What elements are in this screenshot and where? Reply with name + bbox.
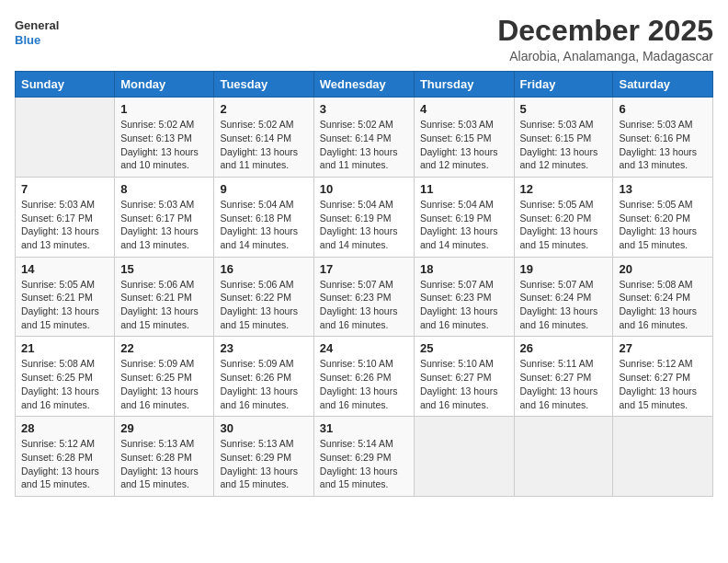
calendar-cell: 11Sunrise: 5:04 AMSunset: 6:19 PMDayligh…	[414, 177, 514, 257]
calendar-cell	[16, 98, 115, 178]
day-number: 13	[619, 182, 707, 196]
calendar-cell: 15Sunrise: 5:06 AMSunset: 6:21 PMDayligh…	[115, 257, 214, 337]
calendar-header-row: SundayMondayTuesdayWednesdayThursdayFrid…	[16, 72, 713, 98]
day-number: 4	[420, 102, 508, 116]
day-number: 28	[21, 421, 108, 435]
svg-text:General: General	[15, 18, 59, 32]
day-info: Sunrise: 5:07 AMSunset: 6:24 PMDaylight:…	[520, 278, 608, 332]
calendar-day-header: Saturday	[613, 72, 713, 98]
calendar-cell: 13Sunrise: 5:05 AMSunset: 6:20 PMDayligh…	[613, 177, 713, 257]
day-number: 7	[21, 182, 108, 196]
day-info: Sunrise: 5:13 AMSunset: 6:28 PMDaylight:…	[120, 437, 208, 491]
calendar-cell: 28Sunrise: 5:12 AMSunset: 6:28 PMDayligh…	[16, 417, 115, 497]
calendar-day-header: Friday	[514, 72, 613, 98]
calendar-cell: 5Sunrise: 5:03 AMSunset: 6:15 PMDaylight…	[514, 98, 613, 178]
page-subtitle: Alarobia, Analamanga, Madagascar	[497, 49, 713, 63]
day-number: 18	[420, 262, 508, 276]
page-title: December 2025	[497, 15, 713, 47]
day-info: Sunrise: 5:07 AMSunset: 6:23 PMDaylight:…	[320, 278, 408, 332]
day-number: 26	[520, 341, 608, 355]
calendar-cell: 24Sunrise: 5:10 AMSunset: 6:26 PMDayligh…	[313, 337, 414, 417]
calendar-day-header: Thursday	[414, 72, 514, 98]
calendar-cell: 19Sunrise: 5:07 AMSunset: 6:24 PMDayligh…	[514, 257, 613, 337]
day-info: Sunrise: 5:10 AMSunset: 6:27 PMDaylight:…	[420, 357, 508, 411]
logo: General Blue	[15, 15, 61, 52]
day-number: 12	[520, 182, 608, 196]
svg-text:Blue: Blue	[15, 33, 40, 47]
day-info: Sunrise: 5:08 AMSunset: 6:25 PMDaylight:…	[21, 357, 108, 411]
calendar-cell: 27Sunrise: 5:12 AMSunset: 6:27 PMDayligh…	[613, 337, 713, 417]
calendar-cell: 1Sunrise: 5:02 AMSunset: 6:13 PMDaylight…	[115, 98, 214, 178]
calendar-cell: 3Sunrise: 5:02 AMSunset: 6:14 PMDaylight…	[313, 98, 414, 178]
calendar-week-row: 28Sunrise: 5:12 AMSunset: 6:28 PMDayligh…	[16, 417, 713, 497]
day-number: 22	[120, 341, 208, 355]
day-number: 15	[120, 262, 208, 276]
day-info: Sunrise: 5:13 AMSunset: 6:29 PMDaylight:…	[220, 437, 307, 491]
day-number: 10	[320, 182, 408, 196]
day-info: Sunrise: 5:03 AMSunset: 6:16 PMDaylight:…	[619, 118, 707, 172]
day-info: Sunrise: 5:10 AMSunset: 6:26 PMDaylight:…	[320, 357, 408, 411]
calendar-cell: 17Sunrise: 5:07 AMSunset: 6:23 PMDayligh…	[313, 257, 414, 337]
day-info: Sunrise: 5:09 AMSunset: 6:26 PMDaylight:…	[220, 357, 307, 411]
day-info: Sunrise: 5:07 AMSunset: 6:23 PMDaylight:…	[420, 278, 508, 332]
day-number: 8	[120, 182, 208, 196]
calendar-cell: 18Sunrise: 5:07 AMSunset: 6:23 PMDayligh…	[414, 257, 514, 337]
day-info: Sunrise: 5:02 AMSunset: 6:14 PMDaylight:…	[220, 118, 307, 172]
day-number: 25	[420, 341, 508, 355]
day-info: Sunrise: 5:04 AMSunset: 6:19 PMDaylight:…	[420, 198, 508, 252]
day-info: Sunrise: 5:06 AMSunset: 6:22 PMDaylight:…	[220, 278, 307, 332]
day-info: Sunrise: 5:12 AMSunset: 6:27 PMDaylight:…	[619, 357, 707, 411]
calendar-cell: 25Sunrise: 5:10 AMSunset: 6:27 PMDayligh…	[414, 337, 514, 417]
calendar-cell: 14Sunrise: 5:05 AMSunset: 6:21 PMDayligh…	[16, 257, 115, 337]
calendar-cell: 9Sunrise: 5:04 AMSunset: 6:18 PMDaylight…	[214, 177, 313, 257]
calendar-week-row: 21Sunrise: 5:08 AMSunset: 6:25 PMDayligh…	[16, 337, 713, 417]
day-number: 29	[120, 421, 208, 435]
day-info: Sunrise: 5:03 AMSunset: 6:17 PMDaylight:…	[21, 198, 108, 252]
day-number: 21	[21, 341, 108, 355]
day-number: 20	[619, 262, 707, 276]
calendar-day-header: Wednesday	[313, 72, 414, 98]
calendar-cell: 23Sunrise: 5:09 AMSunset: 6:26 PMDayligh…	[214, 337, 313, 417]
day-number: 2	[220, 102, 307, 116]
calendar-cell	[414, 417, 514, 497]
day-info: Sunrise: 5:04 AMSunset: 6:18 PMDaylight:…	[220, 198, 307, 252]
day-info: Sunrise: 5:14 AMSunset: 6:29 PMDaylight:…	[320, 437, 408, 491]
calendar-cell	[514, 417, 613, 497]
calendar-day-header: Tuesday	[214, 72, 313, 98]
calendar-cell: 7Sunrise: 5:03 AMSunset: 6:17 PMDaylight…	[16, 177, 115, 257]
day-number: 17	[320, 262, 408, 276]
calendar-week-row: 14Sunrise: 5:05 AMSunset: 6:21 PMDayligh…	[16, 257, 713, 337]
day-info: Sunrise: 5:05 AMSunset: 6:21 PMDaylight:…	[21, 278, 108, 332]
day-info: Sunrise: 5:05 AMSunset: 6:20 PMDaylight:…	[619, 198, 707, 252]
day-number: 9	[220, 182, 307, 196]
calendar-cell: 2Sunrise: 5:02 AMSunset: 6:14 PMDaylight…	[214, 98, 313, 178]
calendar-cell: 22Sunrise: 5:09 AMSunset: 6:25 PMDayligh…	[115, 337, 214, 417]
day-info: Sunrise: 5:03 AMSunset: 6:15 PMDaylight:…	[420, 118, 508, 172]
day-number: 11	[420, 182, 508, 196]
day-info: Sunrise: 5:06 AMSunset: 6:21 PMDaylight:…	[120, 278, 208, 332]
calendar-cell: 4Sunrise: 5:03 AMSunset: 6:15 PMDaylight…	[414, 98, 514, 178]
day-info: Sunrise: 5:02 AMSunset: 6:14 PMDaylight:…	[320, 118, 408, 172]
day-info: Sunrise: 5:09 AMSunset: 6:25 PMDaylight:…	[120, 357, 208, 411]
logo-svg: General Blue	[15, 15, 61, 52]
day-info: Sunrise: 5:03 AMSunset: 6:17 PMDaylight:…	[120, 198, 208, 252]
header: General Blue December 2025 Alarobia, Ana…	[15, 15, 713, 63]
calendar-cell: 30Sunrise: 5:13 AMSunset: 6:29 PMDayligh…	[214, 417, 313, 497]
day-info: Sunrise: 5:11 AMSunset: 6:27 PMDaylight:…	[520, 357, 608, 411]
day-number: 23	[220, 341, 307, 355]
calendar-table: SundayMondayTuesdayWednesdayThursdayFrid…	[15, 71, 713, 497]
calendar-week-row: 1Sunrise: 5:02 AMSunset: 6:13 PMDaylight…	[16, 98, 713, 178]
day-info: Sunrise: 5:04 AMSunset: 6:19 PMDaylight:…	[320, 198, 408, 252]
day-info: Sunrise: 5:02 AMSunset: 6:13 PMDaylight:…	[120, 118, 208, 172]
day-info: Sunrise: 5:05 AMSunset: 6:20 PMDaylight:…	[520, 198, 608, 252]
day-number: 14	[21, 262, 108, 276]
calendar-cell: 10Sunrise: 5:04 AMSunset: 6:19 PMDayligh…	[313, 177, 414, 257]
calendar-cell: 16Sunrise: 5:06 AMSunset: 6:22 PMDayligh…	[214, 257, 313, 337]
calendar-week-row: 7Sunrise: 5:03 AMSunset: 6:17 PMDaylight…	[16, 177, 713, 257]
calendar-cell: 6Sunrise: 5:03 AMSunset: 6:16 PMDaylight…	[613, 98, 713, 178]
calendar-cell: 12Sunrise: 5:05 AMSunset: 6:20 PMDayligh…	[514, 177, 613, 257]
day-number: 19	[520, 262, 608, 276]
day-number: 6	[619, 102, 707, 116]
day-info: Sunrise: 5:03 AMSunset: 6:15 PMDaylight:…	[520, 118, 608, 172]
calendar-body: 1Sunrise: 5:02 AMSunset: 6:13 PMDaylight…	[16, 98, 713, 497]
